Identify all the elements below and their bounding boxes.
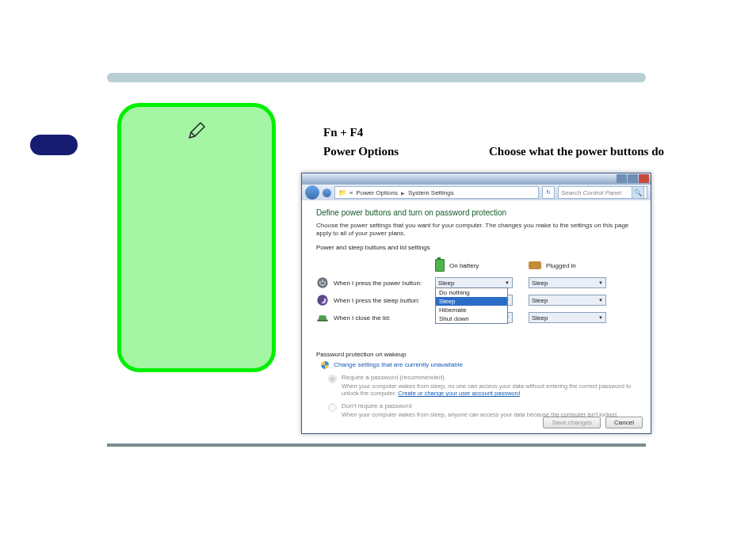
breadcrumb[interactable]: 📁 « Power Options ▶ System Settings bbox=[334, 186, 539, 199]
page-description: Choose the power settings that you want … bbox=[316, 222, 636, 238]
require-password-label: Require a password (recommended) bbox=[342, 374, 636, 381]
section-heading: Power and sleep buttons and lid settings bbox=[316, 244, 636, 251]
choose-buttons-label: Choose what the power buttons do bbox=[489, 142, 664, 161]
option-hibernate[interactable]: Hibernate bbox=[436, 306, 507, 314]
password-section: Password protection on wakeup Change set… bbox=[316, 351, 636, 418]
require-password-radio bbox=[328, 375, 336, 383]
note-callout bbox=[117, 103, 276, 372]
shield-icon bbox=[321, 361, 329, 369]
power-button-plugged-select[interactable]: Sleep▼ bbox=[529, 277, 606, 288]
option-sleep[interactable]: Sleep bbox=[436, 297, 507, 306]
search-icon[interactable]: 🔍 bbox=[632, 186, 644, 199]
minimize-button[interactable] bbox=[617, 174, 627, 183]
power-options-window: 📁 « Power Options ▶ System Settings ↻ Se… bbox=[301, 173, 651, 434]
battery-icon bbox=[435, 259, 445, 272]
column-headers: On battery Plugged in bbox=[316, 259, 636, 272]
lid-plugged-select[interactable]: Sleep▼ bbox=[529, 312, 606, 323]
row1-label: When I press the power button: bbox=[334, 280, 422, 287]
laptop-icon bbox=[316, 311, 329, 324]
option-shut-down[interactable]: Shut down bbox=[436, 314, 507, 323]
pen-icon bbox=[187, 121, 206, 140]
folder-icon: 📁 bbox=[338, 189, 346, 196]
moon-icon bbox=[316, 294, 329, 306]
row-power-button: When I press the power button: Sleep▼ Do… bbox=[316, 276, 636, 289]
titlebar bbox=[302, 173, 651, 185]
plug-icon bbox=[529, 261, 541, 269]
option-do-nothing[interactable]: Do nothing bbox=[436, 288, 507, 297]
address-bar: 📁 « Power Options ▶ System Settings ↻ Se… bbox=[302, 185, 651, 200]
maximize-button[interactable] bbox=[628, 174, 638, 183]
create-password-link[interactable]: Create or change your user account passw… bbox=[398, 390, 520, 397]
plugged-in-header: Plugged in bbox=[546, 262, 576, 269]
nav-back-button[interactable] bbox=[305, 185, 319, 200]
row3-label: When I close the lid: bbox=[334, 314, 391, 322]
refresh-button[interactable]: ↻ bbox=[542, 186, 555, 199]
power-options-label: Power Options bbox=[323, 142, 399, 161]
search-input[interactable]: Search Control Panel 🔍 bbox=[558, 186, 647, 199]
close-button[interactable] bbox=[639, 174, 649, 183]
no-password-radio bbox=[328, 403, 336, 411]
content-area: Define power buttons and turn on passwor… bbox=[302, 200, 651, 424]
crumb-system-settings[interactable]: System Settings bbox=[408, 189, 454, 196]
change-settings-link[interactable]: Change settings that are currently unava… bbox=[334, 361, 463, 368]
row2-label: When I press the sleep button: bbox=[334, 297, 420, 304]
search-placeholder: Search Control Panel bbox=[561, 189, 621, 196]
fn-key-label: Fn + F4 bbox=[323, 123, 363, 142]
svg-rect-2 bbox=[317, 320, 327, 322]
save-button: Save changes bbox=[543, 417, 601, 428]
dialog-footer: Save changes Cancel bbox=[543, 417, 643, 428]
sleep-button-plugged-select[interactable]: Sleep▼ bbox=[529, 295, 606, 306]
margin-badge bbox=[30, 135, 78, 155]
nav-forward-button[interactable] bbox=[323, 188, 331, 197]
password-heading: Password protection on wakeup bbox=[316, 351, 636, 358]
power-button-battery-select[interactable]: Sleep▼ bbox=[435, 277, 513, 288]
bottom-divider bbox=[107, 444, 646, 447]
top-divider bbox=[107, 73, 646, 82]
power-button-dropdown: Do nothing Sleep Hibernate Shut down bbox=[435, 287, 508, 324]
page-title: Define power buttons and turn on passwor… bbox=[316, 208, 636, 217]
crumb-power-options[interactable]: Power Options bbox=[356, 189, 397, 196]
headline-text: Fn + F4 Power Options Choose what the po… bbox=[323, 123, 664, 161]
require-password-option: Require a password (recommended) When yo… bbox=[327, 374, 636, 398]
cancel-button[interactable]: Cancel bbox=[605, 417, 643, 428]
no-password-label: Don't require a password bbox=[342, 402, 636, 409]
on-battery-header: On battery bbox=[449, 262, 479, 269]
power-icon bbox=[316, 276, 329, 289]
